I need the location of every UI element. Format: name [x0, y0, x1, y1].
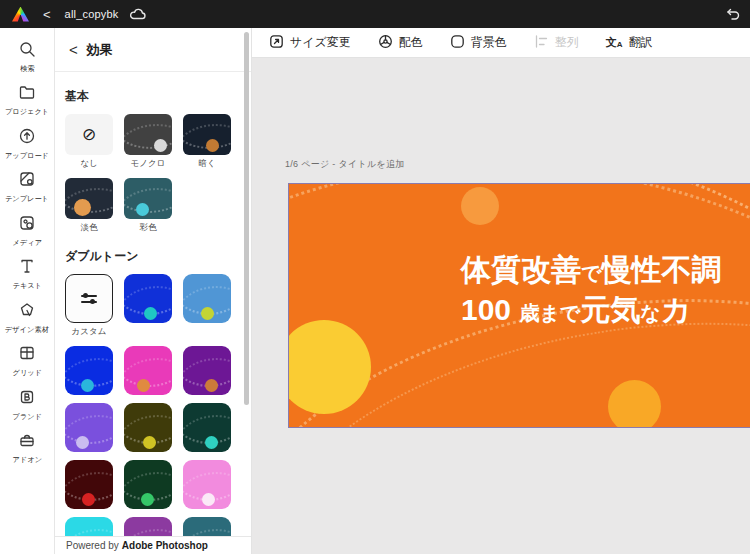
effect-tile-duotone-pink[interactable] [183, 460, 231, 509]
sidebar-item-addons[interactable]: アドオン [0, 427, 55, 471]
shapes-icon [18, 301, 36, 323]
grid-icon [18, 344, 36, 366]
sidebar-item-text[interactable]: テキスト [0, 253, 55, 297]
search-icon [18, 40, 36, 62]
sidebar-item-search[interactable]: 検索 [0, 35, 55, 79]
effect-tile-duotone-maroon[interactable] [65, 460, 113, 509]
cloud-sync-icon [129, 7, 147, 21]
effect-tile-label: カスタム [72, 326, 107, 338]
sidebar-item-media[interactable]: メディア [0, 209, 55, 253]
thumbnail-dot [205, 379, 218, 392]
media-icon [18, 214, 36, 236]
effects-panel-header: < 効果 [55, 28, 251, 72]
translate-button[interactable]: 文A 翻訳 [606, 34, 653, 51]
upload-icon [18, 127, 36, 149]
back-button[interactable]: < [39, 6, 55, 23]
effect-tile-label: 淡色 [81, 222, 98, 234]
thumbnail-dot [81, 379, 94, 392]
section-heading: ダブルトーン [65, 248, 241, 265]
custom-sliders-icon [81, 291, 97, 307]
headline-line-2: 100 歳まで元気なカ [461, 290, 721, 330]
thumbnail-dot [137, 379, 150, 392]
none-effect-icon: ⊘ [82, 126, 96, 143]
effect-tile-duotone-purple[interactable] [183, 346, 231, 395]
topbar: < all_copybk [0, 0, 750, 28]
undo-icon[interactable] [724, 7, 740, 21]
effect-tile-label: モノクロ [131, 158, 166, 170]
sidebar-item-upload[interactable]: アップロード [0, 122, 55, 166]
panel-back-button[interactable]: < [69, 41, 78, 58]
effect-tile-colorize[interactable] [124, 178, 172, 219]
color-scheme-button[interactable]: 配色 [378, 34, 423, 52]
effect-tile-duotone-olive[interactable] [124, 403, 172, 452]
effect-tile-darken[interactable] [183, 114, 231, 155]
effect-tile-duotone-royal[interactable] [65, 346, 113, 395]
thumbnail-dot [141, 493, 154, 506]
effect-tile-custom[interactable] [65, 274, 113, 323]
section-heading: 基本 [65, 88, 241, 105]
template-icon [18, 170, 36, 192]
thumbnail-dot [206, 139, 219, 152]
powered-by-label: Powered by Adobe Photoshop [55, 536, 251, 554]
sidebar-item-brand[interactable]: ブランド [0, 383, 55, 427]
panel-scrollbar[interactable] [243, 28, 249, 554]
effect-tile-none[interactable]: ⊘ [65, 114, 113, 155]
sidebar-item-projects[interactable]: プロジェクト [0, 79, 55, 123]
decorative-circle-top [461, 187, 499, 225]
adobe-express-logo[interactable] [12, 7, 29, 22]
effect-tile-label: 暗く [198, 158, 215, 170]
resize-icon [269, 34, 284, 52]
canvas-toolbar: サイズ変更 配色 背景色 整列 文A 翻訳 [252, 28, 750, 58]
thumbnail-dot [144, 307, 157, 320]
nav-rail: 検索 プロジェクト アップロード テンプレート メディア テキスト デザイン素材 [0, 28, 55, 554]
thumbnail-dot [202, 493, 215, 506]
banner-headline[interactable]: 体質改善で慢性不調 100 歳まで元気なカ [461, 250, 721, 329]
document-title[interactable]: all_copybk [65, 8, 119, 20]
effect-tile-duotone-violet[interactable] [65, 403, 113, 452]
background-color-swatch-icon [450, 34, 465, 52]
effect-tile-duotone-blue[interactable] [124, 274, 172, 323]
effect-tile-duotone-darkteal[interactable] [183, 403, 231, 452]
thumbnail-dot [76, 436, 89, 449]
resize-button[interactable]: サイズ変更 [269, 34, 351, 52]
effect-tile-label: なし [80, 158, 97, 170]
thumbnail-dot [143, 436, 156, 449]
sidebar-item-design-assets[interactable]: デザイン素材 [0, 296, 55, 340]
thumbnail-dot [136, 203, 149, 216]
panel-title: 効果 [87, 41, 113, 59]
page-label[interactable]: 1/6 ページ - タイトルを追加 [285, 158, 405, 171]
effect-tile-label: 彩色 [140, 222, 157, 234]
sidebar-item-templates[interactable]: テンプレート [0, 166, 55, 210]
thumbnail-dot [74, 199, 91, 216]
color-wheel-icon [378, 34, 393, 52]
align-button: 整列 [534, 34, 579, 52]
thumbnail-dot [82, 493, 95, 506]
folder-icon [18, 83, 36, 105]
addon-box-icon [18, 431, 36, 453]
effect-tile-duotone-green[interactable] [124, 460, 172, 509]
thumbnail-dot [201, 307, 214, 320]
effect-tile-duotone-lightblue[interactable] [183, 274, 231, 323]
sidebar-item-grid[interactable]: グリッド [0, 340, 55, 384]
effects-panel: < 効果 基本⊘なしモノクロ暗く淡色彩色ダブルトーンカスタム Powered b… [55, 28, 252, 554]
design-canvas[interactable]: 体質改善で慢性不調 100 歳まで元気なカ [288, 183, 750, 428]
effect-tile-monochrome[interactable] [124, 114, 172, 155]
headline-line-1: 体質改善で慢性不調 [461, 250, 721, 290]
canvas-area: サイズ変更 配色 背景色 整列 文A 翻訳 1/6 ページ - タイトルを追加 [252, 28, 750, 554]
thumbnail-dot [205, 436, 218, 449]
brand-icon [18, 388, 36, 410]
thumbnail-dot [154, 139, 167, 152]
canvas-workspace: 1/6 ページ - タイトルを追加 体質改善で慢性不調 100 歳まで元気なカ [252, 58, 750, 554]
translate-icon: 文A [606, 37, 623, 49]
decorative-circle-right [608, 380, 661, 428]
effect-tile-duotone-magenta[interactable] [124, 346, 172, 395]
text-icon [18, 257, 36, 279]
align-icon [534, 34, 549, 52]
background-color-button[interactable]: 背景色 [450, 34, 507, 52]
effect-tile-pale[interactable] [65, 178, 113, 219]
